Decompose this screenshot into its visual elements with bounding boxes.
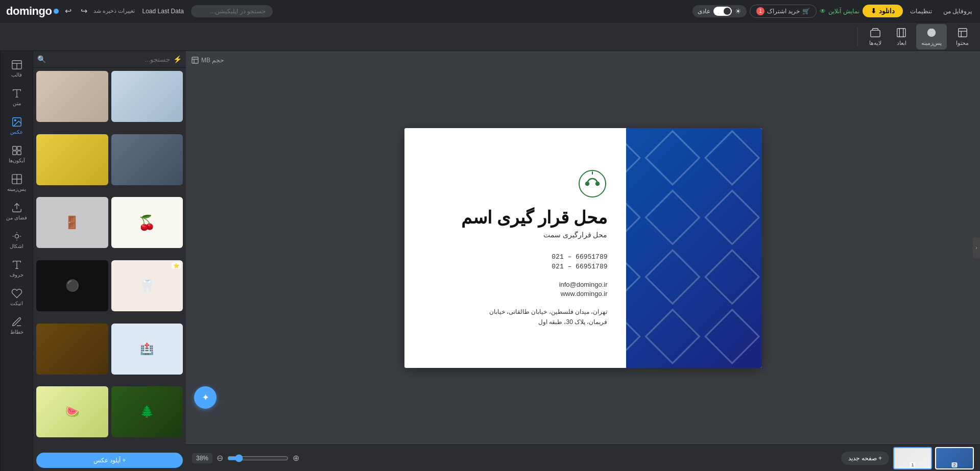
sidebar-item-photo[interactable]: عکس — [3, 112, 31, 139]
add-page-button[interactable]: + صفحه جدید — [841, 452, 889, 465]
card-right: محل قرار گیری اسم محل قرارگیری سمت 021 –… — [404, 128, 762, 368]
svg-rect-23 — [17, 151, 20, 155]
sidebar-label-icons: آیکون‌ها — [9, 158, 25, 163]
mode-toggle: عادی ☀ — [692, 5, 747, 17]
svg-rect-22 — [12, 151, 16, 155]
sidebar-label-fonts: حروف — [10, 272, 23, 278]
business-card: محل قرار گیری اسم محل قرارگیری سمت 021 –… — [404, 128, 762, 368]
zoom-out-button[interactable]: ⊖ — [217, 453, 223, 463]
mode-switch[interactable] — [713, 7, 732, 16]
page-thumb-1[interactable]: ••• 1 — [893, 447, 932, 469]
sidebar-item-myspace[interactable]: فضای من — [3, 198, 31, 225]
logo-text: domingo — [6, 5, 52, 18]
sidebar-item-draw[interactable]: خطاط — [3, 312, 31, 339]
online-button[interactable]: 👁 نمایش آنلاین — [820, 8, 859, 15]
toolbar-divider — [857, 28, 858, 46]
upload-photo-button[interactable]: + آپلود عکس — [36, 453, 183, 468]
settings-button[interactable]: تنظیمات — [906, 6, 936, 17]
svg-point-13 — [596, 182, 599, 185]
canvas-area: MB حجم — [186, 51, 980, 471]
image-item-watermelon[interactable]: 🍉 — [36, 386, 108, 437]
image-item-hand[interactable] — [111, 71, 183, 122]
card-address: تهران، میدان فلسطین، خیابان طالقانی، خیا… — [423, 307, 608, 327]
sidebar-item-text[interactable]: متن — [3, 84, 31, 110]
layers-tool-button[interactable]: لایه‌ها — [864, 24, 887, 49]
redo-button[interactable]: ↪ — [78, 4, 90, 18]
card-address-line2: فریمان، پلاک 30، طبقه اول — [423, 317, 608, 327]
dimensions-tool-button[interactable]: ابعاد — [891, 24, 912, 49]
page-2-number: 2 — [951, 462, 957, 467]
image-item-locker[interactable]: 🚪 — [36, 197, 108, 248]
logo: domingo — [6, 5, 59, 18]
image-item-brown[interactable] — [36, 324, 108, 375]
second-toolbar: محتوا پس‌زمینه ابعاد لایه‌ها — [0, 22, 980, 51]
sidebar-label-template: قالب — [11, 72, 22, 78]
sidebar-item-sticker[interactable]: اتیکت — [3, 284, 31, 310]
canvas-wrapper: MB حجم — [186, 51, 980, 444]
zoom-in-button[interactable]: ⊕ — [293, 453, 299, 463]
sidebar-label-sticker: اتیکت — [10, 301, 23, 306]
image-item-dark[interactable]: ⚫ — [36, 260, 108, 311]
sidebar-label-photo: عکس — [10, 129, 23, 135]
svg-point-3 — [927, 28, 936, 37]
image-item-teeth[interactable]: ⭐ 🦷 — [111, 260, 183, 311]
undo-button[interactable]: ↩ — [62, 4, 75, 18]
svg-rect-21 — [17, 146, 20, 150]
filter-button[interactable]: ⚡ — [173, 55, 182, 63]
sidebar-item-background[interactable]: پس‌زمینه — [3, 169, 31, 196]
zoom-display[interactable]: 38% — [192, 453, 212, 463]
card-address-line1: تهران، میدان فلسطین، خیابان طالقانی، خیا… — [423, 307, 608, 317]
sidebar-label-background: پس‌زمینه — [7, 186, 26, 192]
image-item-yellow[interactable] — [36, 134, 108, 185]
zoom-slider[interactable] — [227, 454, 289, 462]
save-hint: تغییرات ذخیره شد — [93, 8, 135, 14]
image-item-water[interactable] — [111, 134, 183, 185]
images-grid: 🍒 🚪 ⭐ 🦷 ⚫ 🏥 🌲 🍉 — [33, 68, 186, 450]
main-area: MB حجم — [0, 51, 980, 471]
svg-rect-8 — [192, 57, 198, 63]
share-button[interactable]: 1 خرید اشتراک 🛒 — [750, 5, 817, 18]
download-button[interactable]: ⬇ دانلود — [863, 5, 903, 17]
content-tool-button[interactable]: محتوا — [951, 24, 974, 49]
search-icon: 🔍 — [37, 55, 46, 63]
load-last-button[interactable]: Load Last Data — [138, 6, 188, 17]
image-item-food[interactable] — [36, 71, 108, 122]
image-item-cherry[interactable]: 🍒 — [111, 197, 183, 248]
svg-rect-0 — [958, 28, 967, 37]
cart-badge: 1 — [756, 7, 764, 15]
page-1-number: 1 — [910, 462, 915, 467]
page-thumb-2[interactable]: ••• 2 — [935, 447, 974, 469]
mb-label: MB حجم — [191, 56, 224, 64]
svg-rect-4 — [897, 28, 906, 37]
card-title: محل قرارگیری سمت — [423, 231, 608, 239]
sidebar-label-draw: خطاط — [10, 329, 23, 335]
search-input-top[interactable] — [191, 5, 273, 17]
background-tool-button[interactable]: پس‌زمینه — [916, 24, 947, 49]
ai-button[interactable]: ✦ — [194, 386, 217, 409]
sidebar-item-icons[interactable]: آیکون‌ها — [3, 141, 31, 167]
svg-point-26 — [15, 234, 18, 238]
panel-search: ⚡ 🔍 — [33, 51, 186, 68]
card-phone-2: 021 – 66951789 — [423, 263, 608, 270]
share-label: خرید اشتراک — [767, 8, 800, 15]
collapse-panel-button[interactable]: ‹ — [973, 238, 980, 258]
pages-container: ••• 1 ••• 2 — [893, 447, 974, 469]
card-phones: 021 – 66951789 021 – 66951789 — [423, 253, 608, 272]
card-phone-1: 021 – 66951789 — [423, 253, 608, 261]
sidebar-item-shapes[interactable]: اشکال — [3, 227, 31, 253]
sidebar-item-template[interactable]: قالب — [3, 55, 31, 82]
profile-button[interactable]: پروفایل من — [939, 6, 976, 17]
sidebar-label-shapes: اشکال — [10, 243, 23, 249]
sidebar-label-myspace: فضای من — [6, 215, 27, 220]
card-emails: info@domingo.ir www.domingo.ir — [423, 281, 608, 299]
svg-point-12 — [586, 182, 589, 185]
panel-search-input[interactable] — [49, 56, 170, 63]
card-logo-icon — [577, 168, 608, 199]
image-item-forest[interactable]: 🌲 — [111, 386, 183, 437]
image-item-hospital[interactable]: 🏥 — [111, 324, 183, 375]
svg-point-19 — [14, 119, 16, 121]
sidebar-item-fonts[interactable]: حروف — [3, 255, 31, 282]
card-website: www.domingo.ir — [423, 290, 608, 298]
top-navbar: domingo ↩ ↪ تغییرات ذخیره شد Load Last D… — [0, 0, 980, 22]
card-email: info@domingo.ir — [423, 281, 608, 288]
